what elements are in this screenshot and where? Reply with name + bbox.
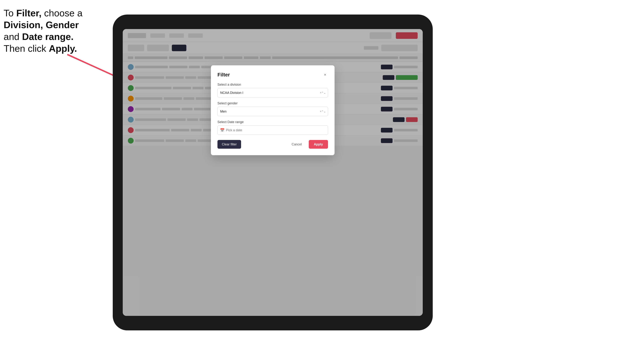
date-range-input[interactable] [218, 125, 328, 135]
clear-filter-button[interactable]: Clear filter [218, 140, 241, 149]
division-clear-icon[interactable]: × [320, 91, 322, 94]
tablet-screen: Filter × Select a division NCAA Division… [123, 29, 423, 316]
gender-clear-icon[interactable]: × [320, 110, 322, 113]
modal-header: Filter × [218, 72, 328, 78]
bold-division-gender: Division, Gender [4, 20, 79, 30]
bold-apply: Apply. [49, 43, 77, 54]
bold-date-range: Date range. [22, 31, 74, 42]
gender-select[interactable]: Men Women Mixed [218, 107, 328, 116]
calendar-icon: 📅 [220, 128, 224, 132]
filter-modal: Filter × Select a division NCAA Division… [211, 65, 334, 155]
gender-form-group: Select gender Men Women Mixed × ⌃⌄ [218, 101, 328, 116]
modal-title: Filter [218, 72, 230, 78]
gender-select-wrapper: Men Women Mixed × ⌃⌄ [218, 107, 328, 116]
date-label: Select Date range [218, 120, 328, 124]
division-form-group: Select a division NCAA Division I NCAA D… [218, 83, 328, 97]
date-form-group: Select Date range 📅 [218, 120, 328, 135]
bold-filter: Filter, [16, 8, 42, 18]
modal-close-button[interactable]: × [322, 72, 328, 78]
gender-label: Select gender [218, 101, 328, 105]
modal-overlay: Filter × Select a division NCAA Division… [123, 29, 423, 316]
modal-footer: Clear filter Cancel Apply [218, 140, 328, 149]
division-select-wrapper: NCAA Division I NCAA Division II NCAA Di… [218, 88, 328, 97]
apply-button[interactable]: Apply [309, 140, 328, 149]
division-label: Select a division [218, 83, 328, 87]
date-input-wrapper: 📅 [218, 125, 328, 135]
instruction-text: To Filter, choose a Division, Gender and… [4, 7, 106, 54]
division-select[interactable]: NCAA Division I NCAA Division II NCAA Di… [218, 88, 328, 97]
cancel-button[interactable]: Cancel [287, 140, 306, 149]
modal-footer-right: Cancel Apply [287, 140, 328, 149]
tablet-device: Filter × Select a division NCAA Division… [113, 14, 433, 330]
